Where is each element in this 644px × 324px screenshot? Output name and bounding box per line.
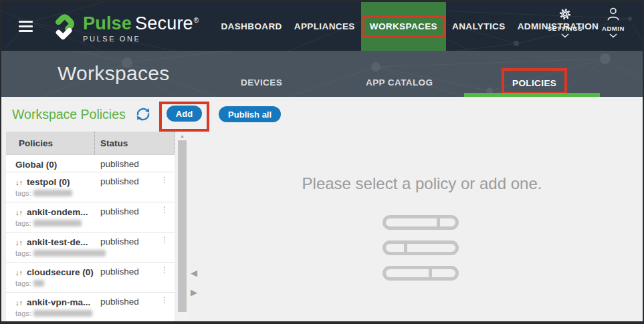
policy-status: published xyxy=(100,159,139,169)
brand-logo: PulseSecure® PULSE ONE xyxy=(53,11,199,43)
empty-state-illustration xyxy=(383,215,459,281)
nav-dashboard[interactable]: DASHBOARD xyxy=(215,21,288,31)
brand-word-pulse: Pulse xyxy=(83,13,132,33)
redacted-tags xyxy=(33,310,92,317)
placeholder-bar xyxy=(383,266,459,281)
table-row[interactable]: ↓↑ankit-ondem... published ⋮ tags: xyxy=(6,202,175,232)
chevron-down-icon xyxy=(561,33,569,38)
policy-table: Policies Status Global (0) published ↓↑t… xyxy=(6,132,175,321)
scrollbar[interactable]: ▲ xyxy=(177,132,188,321)
policy-status: published xyxy=(100,206,139,216)
tags-label: tags: xyxy=(15,189,31,197)
brand-name: PulseSecure® xyxy=(83,11,199,33)
brand-word-secure: Secure xyxy=(135,13,193,33)
kebab-menu-icon[interactable]: ⋮ xyxy=(160,236,169,244)
registered-mark: ® xyxy=(194,17,199,24)
column-header-status[interactable]: Status xyxy=(95,132,175,154)
panel-title: Workspace Policies xyxy=(12,107,126,122)
kebab-menu-icon[interactable]: ⋮ xyxy=(160,266,169,274)
admin-menu[interactable]: ADMIN xyxy=(595,7,632,38)
settings-label: SETTINGS xyxy=(548,25,582,32)
redacted-tags xyxy=(33,280,44,287)
add-button[interactable]: Add xyxy=(167,106,202,122)
tab-devices[interactable]: DEVICES xyxy=(241,77,282,88)
redacted-tags xyxy=(33,190,72,196)
tab-policies[interactable]: POLICIES xyxy=(512,78,556,88)
collapse-right-icon[interactable]: ▶ xyxy=(191,288,197,297)
refresh-icon[interactable] xyxy=(134,106,152,123)
collapse-left-icon[interactable]: ◀ xyxy=(191,269,197,277)
table-row[interactable]: ↓↑ankit-test-de... published ⋮ tags: xyxy=(6,232,175,263)
scrollbar-thumb[interactable] xyxy=(178,140,187,312)
annotation-box-workspaces: WORKSPACES xyxy=(362,15,445,37)
kebab-menu-icon[interactable]: ⋮ xyxy=(160,206,169,214)
pulse-secure-logo-icon xyxy=(53,12,78,43)
nav-analytics[interactable]: ANALYTICS xyxy=(446,21,512,31)
user-icon xyxy=(606,7,621,21)
panel-toolbar: Workspace Policies Add Publish all xyxy=(1,97,643,132)
sort-arrows-icon: ↓↑ xyxy=(15,238,27,247)
chevron-down-icon xyxy=(609,33,617,38)
tags-label: tags: xyxy=(15,309,31,317)
tags-label: tags: xyxy=(15,219,31,227)
policy-name: testpol (0) xyxy=(27,177,70,187)
policy-status: published xyxy=(100,176,139,186)
policy-name: ankit-test-de... xyxy=(27,237,88,247)
policy-name: ankit-vpn-ma... xyxy=(27,297,90,307)
top-nav-bar: PulseSecure® PULSE ONE DASHBOARD APPLIAN… xyxy=(1,2,643,51)
admin-label: ADMIN xyxy=(602,25,625,32)
table-row[interactable]: ↓↑ankit-vpn-ma... published ⋮ tags: xyxy=(6,293,175,321)
empty-state-message: Please select a policy or add one. xyxy=(302,174,542,193)
table-row[interactable]: ↓↑testpol (0) published ⋮ tags: xyxy=(6,172,175,202)
hamburger-menu-icon[interactable] xyxy=(19,18,33,35)
app-window: PulseSecure® PULSE ONE DASHBOARD APPLIAN… xyxy=(0,0,644,324)
annotation-box-policies: POLICIES xyxy=(502,68,567,95)
sort-arrows-icon: ↓↑ xyxy=(15,178,27,186)
nav-workspaces-label: WORKSPACES xyxy=(370,21,437,31)
placeholder-bar xyxy=(383,215,459,230)
policy-status: published xyxy=(100,297,139,307)
page-header: Workspaces DEVICES APP CATALOG POLICIES xyxy=(1,51,643,97)
policy-name: ankit-ondem... xyxy=(27,207,88,217)
redacted-tags xyxy=(33,220,82,226)
annotation-box-add: Add xyxy=(159,102,209,132)
sort-arrows-icon: ↓↑ xyxy=(15,208,27,216)
nav-workspaces[interactable]: WORKSPACES xyxy=(361,2,446,51)
product-subtitle: PULSE ONE xyxy=(83,35,199,43)
tags-label: tags: xyxy=(15,279,31,287)
table-header: Policies Status xyxy=(6,132,175,155)
table-row[interactable]: ↓↑cloudsecure (0) published ⋮ tags: xyxy=(6,263,175,293)
gear-icon xyxy=(558,7,572,21)
policy-status: published xyxy=(100,236,139,247)
main-panel: ◀ ▶ Please select a policy or add one. xyxy=(188,132,643,321)
sort-arrows-icon: ↓↑ xyxy=(15,269,27,277)
page-title: Workspaces xyxy=(58,62,170,85)
table-row[interactable]: Global (0) published xyxy=(6,155,175,172)
kebab-menu-icon[interactable]: ⋮ xyxy=(160,176,169,184)
tab-app-catalog[interactable]: APP CATALOG xyxy=(366,77,433,88)
content-body: Policies Status Global (0) published ↓↑t… xyxy=(1,132,643,321)
scroll-up-icon[interactable]: ▲ xyxy=(177,132,188,138)
settings-menu[interactable]: SETTINGS xyxy=(546,7,584,38)
policy-status: published xyxy=(100,267,139,277)
policy-name: Global (0) xyxy=(15,160,57,170)
placeholder-bar xyxy=(383,240,459,255)
kebab-menu-icon[interactable]: ⋮ xyxy=(160,296,169,304)
redacted-tags xyxy=(33,250,106,257)
policy-name: cloudsecure (0) xyxy=(27,267,94,277)
column-header-policies[interactable]: Policies xyxy=(6,132,95,154)
sort-arrows-icon: ↓↑ xyxy=(15,299,27,307)
utility-nav: SETTINGS ADMIN xyxy=(546,7,632,38)
publish-all-button[interactable]: Publish all xyxy=(219,106,281,122)
tags-label: tags: xyxy=(15,249,31,257)
nav-appliances[interactable]: APPLIANCES xyxy=(288,21,361,31)
